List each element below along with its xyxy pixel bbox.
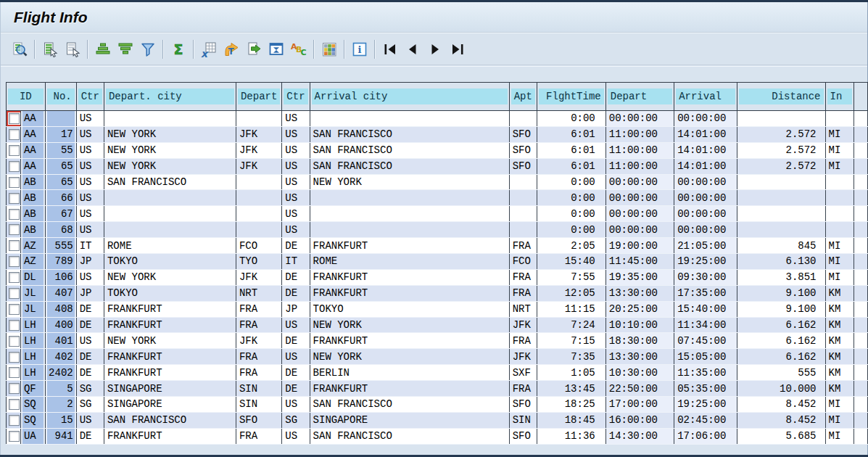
cell-unit[interactable]: MI bbox=[825, 428, 854, 444]
cell-arrival_airport[interactable]: SFO bbox=[509, 126, 537, 142]
cell-id[interactable]: UA bbox=[20, 428, 45, 444]
cell-arrival_time[interactable]: 21:05:00 bbox=[674, 238, 737, 254]
cell-id[interactable]: JL bbox=[20, 301, 45, 317]
cell-id[interactable]: AA bbox=[20, 126, 45, 142]
row-select-cell[interactable] bbox=[7, 174, 21, 190]
sum-button[interactable]: Σ bbox=[168, 39, 188, 59]
cell-no[interactable]: 789 bbox=[45, 254, 76, 270]
cell-arrival_time[interactable]: 19:25:00 bbox=[674, 397, 737, 413]
cell-depart_city[interactable]: NEW YORK bbox=[104, 269, 236, 285]
table-row[interactable]: LH402DEFRANKFURTFRAUSNEW YORKJFK7:3513:3… bbox=[7, 349, 868, 365]
cell-arrival_airport[interactable] bbox=[509, 174, 537, 190]
table-row[interactable]: SQ2SGSINGAPORESINUSSAN FRANCISCOSFO18:25… bbox=[7, 397, 868, 413]
cell-ctr_arrival[interactable]: US bbox=[282, 428, 310, 444]
cell-arrival_city[interactable] bbox=[310, 206, 509, 222]
select-all-button[interactable] bbox=[40, 39, 59, 59]
cell-arrival_city[interactable]: SAN FRANCISCO bbox=[310, 126, 509, 142]
cell-ctr_arrival[interactable]: DE bbox=[282, 285, 310, 301]
deselect-all-button[interactable] bbox=[62, 39, 82, 59]
row-select-cell[interactable] bbox=[7, 111, 21, 127]
column-header-distance[interactable]: Distance bbox=[737, 83, 825, 111]
cell-ctr_arrival[interactable]: DE bbox=[282, 333, 310, 349]
cell-arrival_time[interactable]: 11:35:00 bbox=[674, 365, 737, 381]
cell-depart_time[interactable]: 10:30:00 bbox=[605, 365, 674, 381]
cell-ctr_depart[interactable]: US bbox=[76, 190, 104, 206]
cell-id[interactable]: LH bbox=[20, 317, 45, 333]
column-header-no[interactable]: No. bbox=[45, 83, 76, 111]
cell-no[interactable]: 400 bbox=[45, 317, 76, 333]
cell-arrival_time[interactable]: 15:05:00 bbox=[674, 349, 737, 365]
cell-arrival_city[interactable]: SAN FRANCISCO bbox=[310, 428, 509, 444]
cell-arrival_airport[interactable]: SFO bbox=[509, 142, 537, 158]
cell-id[interactable]: AB bbox=[20, 206, 45, 222]
cell-id[interactable]: AZ bbox=[20, 238, 45, 254]
cell-arrival_airport[interactable]: SIN bbox=[509, 412, 537, 428]
cell-depart_city[interactable]: TOKYO bbox=[104, 254, 236, 270]
cell-unit[interactable] bbox=[825, 222, 854, 238]
row-select-cell[interactable] bbox=[7, 365, 21, 381]
cell-arrival_city[interactable]: SAN FRANCISCO bbox=[310, 142, 509, 158]
cell-distance[interactable] bbox=[737, 190, 825, 206]
cell-ctr_depart[interactable]: IT bbox=[76, 238, 104, 254]
first-page-button[interactable] bbox=[380, 39, 400, 59]
cell-arrival_time[interactable]: 17:06:00 bbox=[674, 428, 737, 444]
cell-ctr_depart[interactable]: DE bbox=[76, 317, 104, 333]
cell-ctr_arrival[interactable]: DE bbox=[282, 238, 310, 254]
cell-id[interactable]: DL bbox=[20, 269, 45, 285]
cell-distance[interactable]: 2.572 bbox=[737, 142, 825, 158]
send-button[interactable] bbox=[266, 39, 286, 59]
cell-id[interactable]: AB bbox=[20, 174, 45, 190]
cell-ctr_depart[interactable]: US bbox=[76, 126, 104, 142]
cell-distance[interactable] bbox=[737, 206, 825, 222]
row-checkbox-focused[interactable] bbox=[9, 113, 20, 124]
cell-no[interactable] bbox=[45, 111, 76, 127]
cell-flight_time[interactable]: 0:00 bbox=[537, 206, 605, 222]
cell-distance[interactable]: 845 bbox=[737, 238, 825, 254]
cell-depart_city[interactable]: SAN FRANCISCO bbox=[104, 174, 236, 190]
cell-depart_airport[interactable]: JFK bbox=[236, 142, 281, 158]
next-page-button[interactable] bbox=[425, 39, 445, 59]
table-row[interactable]: QF5SGSINGAPORESINDEFRANKFURTFRA13:4522:5… bbox=[7, 381, 868, 397]
row-checkbox[interactable] bbox=[9, 399, 20, 410]
cell-depart_airport[interactable]: JFK bbox=[236, 333, 281, 349]
row-checkbox[interactable] bbox=[9, 240, 20, 251]
row-checkbox[interactable] bbox=[9, 209, 20, 220]
cell-depart_time[interactable]: 00:00:00 bbox=[605, 111, 674, 127]
cell-unit[interactable]: MI bbox=[825, 412, 854, 428]
cell-ctr_depart[interactable]: US bbox=[76, 142, 104, 158]
row-select-cell[interactable] bbox=[7, 254, 21, 270]
row-checkbox[interactable] bbox=[9, 224, 20, 235]
cell-depart_time[interactable]: 22:50:00 bbox=[605, 381, 674, 397]
cell-flight_time[interactable]: 15:40 bbox=[537, 254, 605, 270]
cell-depart_airport[interactable] bbox=[236, 111, 281, 127]
cell-no[interactable]: 55 bbox=[45, 142, 76, 158]
table-row[interactable]: AAUSUS0:0000:00:0000:00:00 bbox=[7, 111, 868, 127]
row-checkbox[interactable] bbox=[9, 145, 20, 156]
cell-no[interactable]: 941 bbox=[45, 428, 76, 444]
table-row[interactable]: AA17USNEW YORKJFKUSSAN FRANCISCOSFO6:011… bbox=[7, 126, 868, 142]
cell-no[interactable]: 17 bbox=[45, 126, 76, 142]
cell-flight_time[interactable]: 0:00 bbox=[537, 190, 605, 206]
cell-ctr_depart[interactable]: US bbox=[76, 412, 104, 428]
cell-id[interactable]: AA bbox=[20, 158, 45, 174]
cell-arrival_time[interactable]: 00:00:00 bbox=[674, 174, 737, 190]
cell-depart_time[interactable]: 11:00:00 bbox=[605, 158, 674, 174]
cell-unit[interactable]: KM bbox=[825, 301, 854, 317]
row-checkbox[interactable] bbox=[9, 177, 20, 188]
cell-arrival_airport[interactable]: FCO bbox=[509, 254, 537, 270]
row-select-cell[interactable] bbox=[7, 142, 21, 158]
cell-unit[interactable]: MI bbox=[825, 142, 854, 158]
cell-depart_airport[interactable]: JFK bbox=[236, 269, 281, 285]
cell-flight_time[interactable]: 0:00 bbox=[537, 222, 605, 238]
cell-no[interactable]: 67 bbox=[45, 206, 76, 222]
cell-arrival_airport[interactable]: FRA bbox=[509, 285, 537, 301]
cell-depart_airport[interactable] bbox=[236, 206, 281, 222]
cell-flight_time[interactable]: 6:01 bbox=[537, 142, 605, 158]
table-row[interactable]: AZ555ITROMEFCODEFRANKFURTFRA2:0519:00:00… bbox=[7, 238, 868, 254]
cell-distance[interactable]: 5.685 bbox=[737, 428, 825, 444]
cell-ctr_arrival[interactable]: US bbox=[282, 111, 310, 127]
cell-arrival_time[interactable]: 00:00:00 bbox=[674, 222, 737, 238]
cell-arrival_airport[interactable]: FRA bbox=[509, 269, 537, 285]
cell-no[interactable]: 5 bbox=[45, 381, 76, 397]
cell-ctr_arrival[interactable]: DE bbox=[282, 381, 310, 397]
